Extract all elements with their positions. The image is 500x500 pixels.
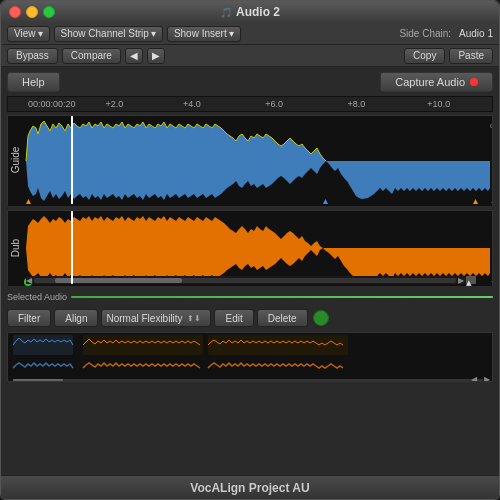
svg-rect-16 — [13, 379, 63, 381]
show-insert-button[interactable]: Show Insert ▾ — [167, 26, 241, 42]
title-icon: 🎵 — [220, 7, 232, 18]
maximize-button[interactable] — [43, 6, 55, 18]
scroll-right-arrow[interactable]: ▶ — [458, 276, 464, 285]
flexibility-dropdown[interactable]: Normal Flexibility ⬆⬇ — [101, 309, 211, 327]
svg-text:dB: dB — [490, 122, 492, 129]
dropdown-arrow: ⬆⬇ — [187, 314, 201, 323]
dub-scroll-thumb[interactable] — [55, 278, 182, 283]
svg-text:-96: -96 — [491, 276, 492, 285]
controls-row: Filter Align Normal Flexibility ⬆⬇ Edit … — [7, 307, 493, 329]
delete-button[interactable]: Delete — [257, 309, 308, 327]
copy-button[interactable]: Copy — [404, 48, 445, 64]
main-content: Help Capture Audio 00:00:00:20 +2.0 +4.0… — [1, 67, 499, 475]
selected-audio-label: Selected Audio — [7, 292, 67, 302]
paste-button[interactable]: Paste — [449, 48, 493, 64]
view-button[interactable]: View ▾ — [7, 26, 50, 42]
dub-waveform-container: Dub 0 -96 ◀ ▶ ▴ — [7, 210, 493, 285]
time-marker-6: +6.0 — [265, 99, 283, 109]
guide-waveform-container: Guide 0 -96 dB — [7, 115, 493, 205]
scroll-left-arrow[interactable]: ◀ — [26, 276, 32, 285]
mini-waveforms-svg: ▶ ◀ — [8, 333, 492, 381]
scroll-handle[interactable]: ▴ — [466, 276, 476, 284]
filter-button[interactable]: Filter — [7, 309, 51, 327]
edit-button[interactable]: Edit — [214, 309, 253, 327]
app-title: VocALign Project AU — [190, 481, 309, 495]
time-marker-8: +8.0 — [348, 99, 366, 109]
side-chain-label: Side Chain: — [399, 28, 451, 39]
svg-text:-96: -96 — [491, 197, 492, 206]
mini-waveforms-container: ▶ ◀ — [7, 332, 493, 382]
capture-audio-button[interactable]: Capture Audio — [380, 72, 493, 92]
help-button[interactable]: Help — [7, 72, 60, 92]
svg-rect-13 — [83, 335, 203, 355]
nav-prev-button[interactable]: ◀ — [125, 48, 143, 64]
show-channel-strip-button[interactable]: Show Channel Strip ▾ — [54, 26, 163, 42]
guide-label: Guide — [10, 147, 21, 174]
bypass-button[interactable]: Bypass — [7, 48, 58, 64]
window-controls — [9, 6, 55, 18]
side-chain-value: Audio 1 — [459, 28, 493, 39]
dub-label: Dub — [10, 238, 21, 256]
selected-audio-line — [71, 296, 493, 298]
svg-rect-15 — [13, 379, 483, 381]
action-row: Help Capture Audio — [7, 71, 493, 93]
toolbar-row2: Bypass Compare ◀ ▶ Copy Paste — [1, 45, 499, 67]
title-bar: 🎵 Audio 2 — [1, 1, 499, 23]
close-button[interactable] — [9, 6, 21, 18]
time-marker-2: +2.0 — [106, 99, 124, 109]
timestamp: 00:00:00:20 — [28, 99, 76, 109]
svg-rect-14 — [208, 335, 348, 355]
selected-audio-row: Selected Audio — [7, 290, 493, 304]
dub-waveform-svg: 0 -96 — [8, 211, 492, 286]
minimize-button[interactable] — [26, 6, 38, 18]
align-button[interactable]: Align — [54, 309, 98, 327]
svg-text:▶: ▶ — [484, 375, 491, 381]
record-indicator — [470, 78, 478, 86]
nav-next-button[interactable]: ▶ — [147, 48, 165, 64]
time-marker-10: +10.0 — [427, 99, 450, 109]
bottom-bar: VocALign Project AU — [1, 475, 499, 499]
guide-waveform-svg: 0 -96 dB — [8, 116, 492, 206]
toolbar-row1: View ▾ Show Channel Strip ▾ Show Insert … — [1, 23, 499, 45]
time-marker-4: +4.0 — [183, 99, 201, 109]
compare-button[interactable]: Compare — [62, 48, 121, 64]
status-indicator[interactable] — [313, 310, 329, 326]
time-ruler: 00:00:00:20 +2.0 +4.0 +6.0 +8.0 +10.0 — [7, 96, 493, 112]
svg-rect-12 — [13, 335, 73, 355]
plugin-window: 🎵 Audio 2 View ▾ Show Channel Strip ▾ Sh… — [0, 0, 500, 500]
svg-text:◀: ◀ — [471, 375, 478, 381]
window-title: Audio 2 — [236, 5, 280, 19]
dub-scrollbar: ◀ ▶ ▴ — [26, 276, 476, 284]
